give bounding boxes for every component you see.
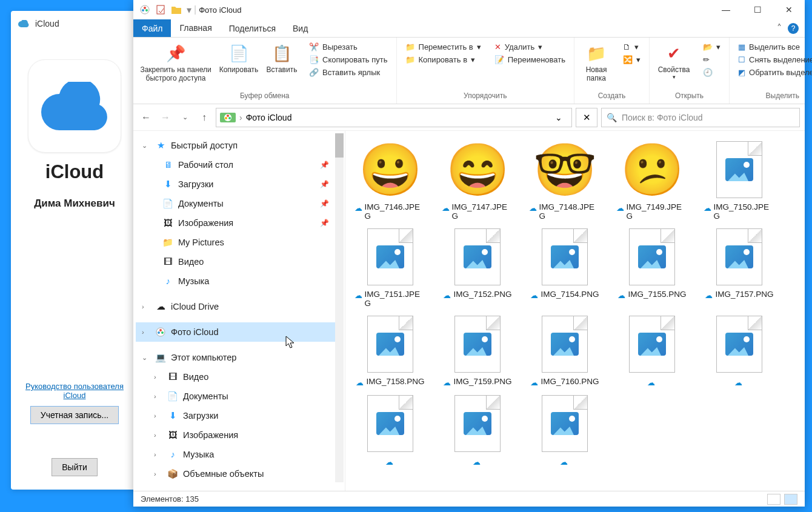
svg-point-10 xyxy=(159,329,162,331)
new-folder-button[interactable]: 📁 Новая папка xyxy=(581,41,612,82)
qat-folder-icon[interactable] xyxy=(171,4,182,15)
collapse-ribbon-icon[interactable]: ˄ xyxy=(777,22,782,34)
file-item[interactable]: ☁IMG_7159.PNG xyxy=(439,314,516,387)
tab-home[interactable]: Главная xyxy=(171,19,220,37)
search-input[interactable]: 🔍 Поиск в: Фото iCloud xyxy=(601,108,800,127)
file-thumbnail: 🤓 xyxy=(534,139,595,200)
image-file-icon xyxy=(367,316,413,373)
file-item[interactable]: ☁IMG_7151.JPEG xyxy=(351,227,429,308)
tree-pc-3d[interactable]: ›📦Объемные объекты xyxy=(136,464,342,484)
paste-button[interactable]: 📋 Вставить xyxy=(265,41,298,74)
tree-downloads[interactable]: ⬇Загрузки📌 xyxy=(136,175,342,194)
copy-to-button[interactable]: 📁Копировать в ▾ xyxy=(403,54,484,65)
rename-button[interactable]: 📝Переименовать xyxy=(492,54,568,65)
history-button[interactable]: 🕘 xyxy=(701,67,723,78)
group-open-label: Открыть xyxy=(675,91,704,102)
image-file-icon xyxy=(542,395,588,452)
select-none-button[interactable]: ☐Снять выделение xyxy=(736,54,812,65)
nav-bar: ← → ⌄ ↑ › Фото iCloud ⌄ ✕ 🔍 Поиск в: Фот… xyxy=(133,104,805,131)
properties-button[interactable]: ✔ Свойства▾ xyxy=(656,41,692,80)
close-button[interactable]: ✕ xyxy=(773,0,805,19)
view-details-button[interactable] xyxy=(767,494,780,505)
tree-icloud-photo[interactable]: ›Фото iCloud xyxy=(136,322,342,342)
image-file-icon xyxy=(716,228,762,285)
file-item[interactable]: ☁IMG_7160.PNG xyxy=(526,314,604,387)
nav-up-button[interactable]: ↑ xyxy=(196,110,212,125)
cloud-status-icon: ☁ xyxy=(443,291,451,300)
edit-button[interactable]: ✏ xyxy=(701,54,723,65)
delete-button[interactable]: ✕Удалить ▾ xyxy=(492,41,568,53)
nav-forward-button[interactable]: → xyxy=(158,110,173,125)
svg-point-1 xyxy=(144,7,146,9)
file-item[interactable]: ☁IMG_7152.PNG xyxy=(439,227,516,308)
tab-share[interactable]: Поделиться xyxy=(221,19,284,37)
nav-refresh-button[interactable]: ✕ xyxy=(576,108,597,127)
new-folder-icon: 📁 xyxy=(587,41,606,65)
maximize-button[interactable]: ☐ xyxy=(742,0,773,19)
file-item[interactable]: ☁ xyxy=(526,393,604,467)
new-item-button[interactable]: 🗋▾ xyxy=(621,41,643,53)
easy-access-button[interactable]: 🔀▾ xyxy=(621,54,643,65)
cloud-status-icon: ☁ xyxy=(385,457,393,467)
new-item-icon: 🗋 xyxy=(623,42,631,52)
tree-pc-downloads[interactable]: ›⬇Загрузки xyxy=(136,406,342,425)
tab-file[interactable]: Файл xyxy=(133,19,171,37)
open-dropdown-button[interactable]: 📂▾ xyxy=(701,41,723,53)
tree-pc-documents[interactable]: ›📄Документы xyxy=(136,387,342,406)
cloud-status-icon: ☁ xyxy=(530,291,538,300)
file-item[interactable]: ☁IMG_7150.JPEG xyxy=(701,139,778,221)
file-item[interactable]: ☁IMG_7157.PNG xyxy=(701,227,778,308)
tree-pc-video[interactable]: ›🎞Видео xyxy=(136,367,342,387)
minimize-button[interactable]: — xyxy=(710,0,742,19)
file-item[interactable]: ☁ xyxy=(351,393,429,467)
file-name-label: IMG_7151.JPEG xyxy=(365,290,427,308)
select-all-button[interactable]: ▦Выделить все xyxy=(736,41,812,53)
tree-icloud-drive[interactable]: ›☁iCloud Drive xyxy=(136,297,342,316)
pin-quick-access-button[interactable]: 📌 Закрепить на панели быстрого доступа xyxy=(139,41,212,82)
tree-desktop[interactable]: 🖥Рабочий стол📌 xyxy=(136,155,342,175)
icloud-guide-link[interactable]: Руководство пользователя iCloud xyxy=(16,382,133,400)
tree-video[interactable]: 🎞Видео xyxy=(136,252,342,271)
file-item[interactable]: ☁IMG_7154.PNG xyxy=(526,227,604,308)
cut-button[interactable]: ✂️Вырезать xyxy=(307,41,390,53)
file-item[interactable]: ☁ xyxy=(439,393,516,467)
file-item[interactable]: ☁ xyxy=(613,314,691,387)
file-item[interactable]: ☁ xyxy=(701,314,778,387)
tree-scrollbar[interactable] xyxy=(335,133,344,482)
tree-my-pictures[interactable]: 📁My Pictures xyxy=(136,233,342,252)
icloud-account-button[interactable]: Учетная запись... xyxy=(30,406,119,424)
copy-button[interactable]: 📄 Копировать xyxy=(221,41,257,74)
file-item[interactable]: 😀☁IMG_7146.JPEG xyxy=(351,139,429,221)
move-icon: 📁 xyxy=(405,42,415,52)
qat-photos-icon[interactable] xyxy=(139,4,150,15)
nav-back-button[interactable]: ← xyxy=(138,110,154,125)
invert-selection-button[interactable]: ◩Обратить выделение xyxy=(736,67,812,78)
file-item[interactable]: ☁IMG_7155.PNG xyxy=(613,227,691,308)
image-file-icon xyxy=(454,316,501,373)
qat-properties-icon[interactable] xyxy=(155,4,166,15)
help-icon[interactable]: ? xyxy=(788,23,799,34)
file-item[interactable]: 🤓☁IMG_7148.JPEG xyxy=(526,139,604,221)
view-large-button[interactable] xyxy=(784,494,797,505)
icloud-signout-button[interactable]: Выйти xyxy=(52,458,97,476)
tree-this-pc[interactable]: ⌄💻Этот компьютер xyxy=(136,348,342,367)
nav-recent-dropdown[interactable]: ⌄ xyxy=(177,110,193,125)
tree-music[interactable]: ♪Музыка xyxy=(136,271,342,291)
file-thumbnail xyxy=(622,314,682,374)
tree-pc-music[interactable]: ›♪Музыка xyxy=(136,445,342,464)
svg-point-3 xyxy=(142,9,144,12)
file-item[interactable]: ☁IMG_7158.PNG xyxy=(351,314,429,387)
copy-path-button[interactable]: 📑Скопировать путь xyxy=(307,54,390,65)
tree-documents[interactable]: 📄Документы📌 xyxy=(136,194,342,213)
tree-images[interactable]: 🖼Изображения📌 xyxy=(136,213,342,233)
file-thumbnail: 😀 xyxy=(360,139,421,200)
address-bar[interactable]: › Фото iCloud ⌄ xyxy=(216,108,572,127)
move-to-button[interactable]: 📁Переместить в ▾ xyxy=(403,41,484,53)
file-item[interactable]: 😄☁IMG_7147.JPEG xyxy=(439,139,516,221)
paste-shortcut-button[interactable]: 🔗Вставить ярлык xyxy=(307,67,390,78)
tab-view[interactable]: Вид xyxy=(284,19,316,37)
tree-quick-access[interactable]: ⌄★Быстрый доступ xyxy=(136,136,342,155)
address-dropdown[interactable]: ⌄ xyxy=(550,113,568,122)
file-item[interactable]: 😕☁IMG_7149.JPEG xyxy=(613,139,691,221)
tree-pc-images[interactable]: ›🖼Изображения xyxy=(136,425,342,445)
